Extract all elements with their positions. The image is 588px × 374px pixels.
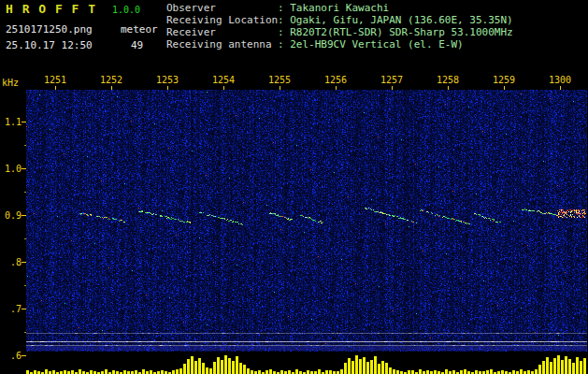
- info-label: Receiving antenna: [166, 38, 278, 50]
- time-tick-label: 1258: [437, 75, 459, 85]
- hrofft-screen: H R O F F T 1.0.0 2510171250.png meteor …: [0, 0, 588, 374]
- time-tick-label: 1300: [549, 75, 571, 85]
- freq-tick-label: .8: [10, 257, 22, 267]
- time-tick-label: 1255: [268, 75, 291, 85]
- datetime-label: 25.10.17 12:50: [6, 39, 93, 51]
- info-row: Receiver: R820T2(RTL-SDR) SDR-Sharp 53.1…: [166, 26, 513, 38]
- time-tick-label: 1256: [324, 75, 347, 85]
- time-tick-label: 1251: [44, 75, 66, 85]
- time-tick-label: 1259: [493, 75, 515, 85]
- time-tick-label: 1252: [100, 75, 122, 85]
- info-value: : R820T2(RTL-SDR) SDR-Sharp 53.1000MHz: [278, 26, 513, 38]
- info-row: Receiving antenna: 2el-HB9CV Vertical (e…: [166, 38, 513, 50]
- info-value: : Ogaki, Gifu, JAPAN (136.60E, 35.35N): [278, 14, 513, 26]
- freq-tick-label: 1.1: [5, 117, 22, 127]
- freq-tick-label: .6: [10, 351, 22, 361]
- observer-info-block: Observer: Takanori KawachiReceiving Loca…: [166, 2, 513, 50]
- info-value: : 2el-HB9CV Vertical (el. E-W): [278, 38, 464, 50]
- time-axis: 1251125212531254125512561257125812591300: [26, 75, 588, 90]
- app-title: H R O F F T: [6, 2, 96, 16]
- output-filename: 2510171250.png: [6, 23, 93, 36]
- echo-count: 49: [131, 39, 143, 51]
- time-tick-label: 1254: [212, 75, 235, 85]
- info-label: Observer: [166, 2, 278, 14]
- freq-axis: 1.11.00.9.8.7.6: [0, 90, 26, 374]
- info-label: Receiver: [166, 26, 278, 38]
- info-row: Receiving Location: Ogaki, Gifu, JAPAN (…: [166, 14, 513, 26]
- spectrogram-canvas: [26, 90, 587, 374]
- freq-tick-label: 1.0: [5, 164, 22, 174]
- info-value: : Takanori Kawachi: [278, 2, 389, 14]
- time-tick-label: 1253: [156, 75, 179, 85]
- freq-tick-label: .7: [10, 304, 22, 314]
- time-tick-label: 1257: [380, 75, 403, 85]
- mode-label: meteor: [121, 23, 158, 36]
- freq-tick-label: 0.9: [5, 210, 22, 221]
- app-version: 1.0.0: [112, 5, 140, 15]
- info-label: Receiving Location: [166, 14, 278, 26]
- info-row: Observer: Takanori Kawachi: [166, 2, 513, 14]
- freq-unit-label: kHz: [2, 78, 19, 88]
